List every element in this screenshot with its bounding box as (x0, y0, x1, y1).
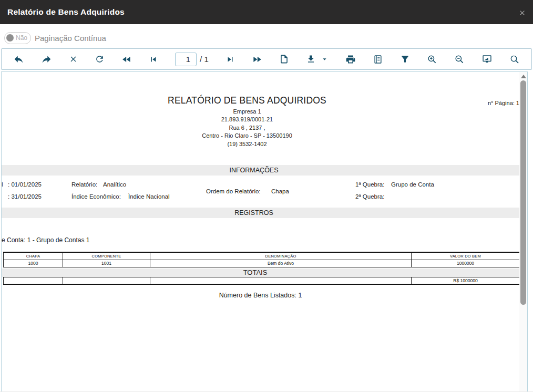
print-button[interactable] (345, 52, 356, 67)
report-content-area: RELATÓRIO DE BENS ADQUIRIDOS n° Página: … (1, 71, 528, 392)
cancel-button[interactable] (69, 52, 78, 67)
modal-header: Relatório de Bens Adquiridos (0, 0, 533, 24)
caret-down-icon (321, 55, 329, 63)
scrollbar-thumb[interactable] (520, 80, 526, 305)
break2-label: 2ª Quebra: (355, 193, 384, 200)
col-header-chapa: CHAPA (4, 252, 63, 260)
scroll-up-arrow-icon (521, 75, 526, 78)
report-type-value: Analítico (103, 181, 126, 188)
cell-denominacao: Bem do Ativo (150, 260, 412, 267)
refresh-button[interactable] (95, 52, 105, 67)
close-icon (518, 9, 526, 17)
first-page-icon (149, 55, 158, 64)
section-totais: TOTAIS (2, 269, 519, 277)
col-header-valor: VALOR DO BEM (412, 252, 520, 260)
company-address-line2: Centro - Rio Claro - SP - 13500190 (2, 132, 493, 140)
first-page-button[interactable] (149, 52, 158, 67)
new-document-button[interactable] (279, 52, 289, 67)
break1-value: Grupo de Conta (391, 181, 434, 188)
report-page-number: n° Página: 1 (488, 100, 519, 106)
undo-arrow-icon (13, 54, 24, 65)
download-icon (306, 54, 316, 64)
zoom-out-icon (454, 54, 465, 65)
scroll-up-button[interactable] (519, 73, 527, 80)
totals-table: R$ 1000000 (3, 277, 519, 285)
modal-title: Relatório de Bens Adquiridos (7, 7, 125, 17)
undo-button[interactable] (13, 52, 24, 67)
redo-arrow-icon (41, 54, 52, 65)
totals-cell-valor: R$ 1000000 (412, 277, 520, 284)
report-page-icon (373, 54, 383, 65)
assets-table-header-row: CHAPA COMPONENTE DENOMINAÇÃO VALOR DO BE… (4, 252, 520, 260)
fit-to-screen-icon (481, 54, 493, 65)
zoom-out-button[interactable] (454, 52, 465, 67)
totals-cell-chapa (4, 277, 63, 284)
totals-cell-componente (63, 277, 150, 284)
vertical-scrollbar[interactable] (519, 72, 527, 392)
company-address-line1: Rua 6 , 2137 , (2, 124, 493, 132)
continuous-pagination-toggle[interactable]: Não (4, 32, 31, 44)
report-viewer-modal: Relatório de Bens Adquiridos Não Paginaç… (0, 0, 533, 392)
section-informacoes: INFORMAÇÕES (2, 165, 519, 176)
report-summary-button[interactable] (373, 52, 383, 67)
search-icon (509, 54, 520, 65)
col-header-componente: COMPONENTE (63, 252, 150, 260)
period-start-label-fragment: l (2, 181, 3, 188)
account-group-line: e Conta: 1 - Grupo de Contas 1 (2, 236, 89, 244)
page-number-input[interactable] (175, 53, 197, 66)
export-button[interactable] (306, 52, 329, 67)
last-page-button[interactable] (226, 52, 235, 67)
zoom-in-button[interactable] (427, 52, 437, 67)
table-row: 1000 1001 Bem do Ativo 1000000 (4, 260, 520, 267)
pagination-toggle-row: Não Paginação Contínua (4, 31, 106, 45)
blank-page-icon (279, 54, 289, 64)
fast-forward-icon (252, 54, 262, 65)
section-registros: REGISTROS (2, 208, 519, 218)
search-button[interactable] (509, 52, 520, 67)
fast-rewind-button[interactable] (121, 52, 132, 67)
refresh-icon (95, 54, 105, 64)
page-total-label: / 1 (200, 55, 209, 64)
redo-button[interactable] (41, 52, 52, 67)
listed-assets-count: Número de Bens Listados: 1 (2, 292, 519, 299)
viewer-toolbar: / 1 (1, 48, 532, 70)
fast-rewind-icon (121, 54, 132, 65)
totals-cell-denominacao (150, 277, 412, 284)
company-cnpj: 21.893.919/0001-21 (2, 116, 493, 123)
zoom-in-icon (427, 54, 437, 65)
report-title: RELATÓRIO DE BENS ADQUIRIDOS (2, 95, 493, 106)
page-navigator: / 1 (175, 53, 209, 66)
filter-button[interactable] (400, 52, 410, 67)
close-x-icon (69, 55, 78, 64)
totals-row: R$ 1000000 (4, 277, 520, 284)
period-start-value: : 01/01/2025 (8, 181, 42, 188)
cell-chapa: 1000 (4, 260, 63, 267)
close-button[interactable] (516, 7, 528, 18)
report-page: RELATÓRIO DE BENS ADQUIRIDOS n° Página: … (2, 72, 519, 392)
cell-valor: 1000000 (412, 260, 520, 267)
fit-to-screen-button[interactable] (481, 52, 493, 67)
cell-componente: 1001 (63, 260, 150, 267)
report-type-label: Relatório: (71, 181, 97, 188)
report-order-label: Ordem do Relatório: (206, 188, 261, 194)
report-order-value: Chapa (271, 188, 289, 194)
fast-forward-button[interactable] (252, 52, 262, 67)
company-header: Empresa 1 21.893.919/0001-21 Rua 6 , 213… (2, 108, 493, 148)
continuous-pagination-label: Paginação Contínua (35, 34, 106, 43)
company-name: Empresa 1 (2, 108, 493, 116)
break1-label: 1ª Quebra: (355, 181, 384, 188)
company-phone: (19) 3532-1402 (2, 140, 493, 148)
economic-index-label: Índice Econômico: (71, 193, 121, 200)
economic-index-value: Ìndice Nacional (128, 193, 170, 200)
filter-funnel-icon (400, 54, 410, 64)
printer-icon (345, 54, 356, 65)
col-header-denominacao: DENOMINAÇÃO (150, 252, 412, 260)
period-end-value: : 31/01/2025 (8, 193, 42, 200)
toggle-knob-icon (6, 34, 14, 42)
assets-table: CHAPA COMPONENTE DENOMINAÇÃO VALOR DO BE… (3, 252, 519, 267)
toggle-state-label: Não (16, 34, 27, 42)
last-page-icon (226, 55, 235, 64)
